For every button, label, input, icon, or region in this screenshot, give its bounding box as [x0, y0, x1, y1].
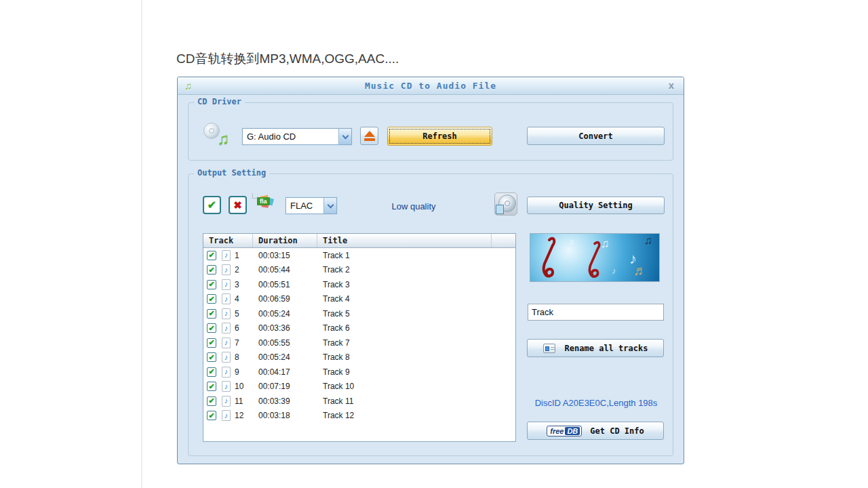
track-title: Track 11	[317, 396, 515, 406]
music-note-icon: ♪	[222, 264, 231, 275]
track-table: Track Duration Title ✔♪100:03:15Track 1✔…	[203, 233, 516, 442]
quality-setting-button[interactable]: Quality Setting	[527, 197, 665, 214]
track-title: Track 7	[317, 338, 515, 348]
track-number: 6	[235, 323, 239, 333]
deselect-all-tracks-button[interactable]: ✖	[229, 196, 247, 214]
drive-select-value: G: Audio CD	[243, 129, 338, 144]
refresh-button[interactable]: Refresh	[387, 127, 492, 146]
flac-file-icon: fla	[257, 192, 258, 205]
track-number: 10	[235, 382, 243, 391]
column-header-spare	[492, 234, 515, 247]
treble-clef-icon	[538, 237, 560, 281]
track-title: Track 12	[317, 411, 515, 420]
music-note-icon: ♪	[222, 250, 231, 261]
track-checkbox[interactable]: ✔	[207, 338, 216, 348]
music-note-icon: ♪	[222, 308, 231, 319]
track-checkbox[interactable]: ✔	[207, 294, 216, 304]
get-cd-info-button-label: Get CD Info	[590, 426, 644, 436]
app-window: ♫ Music CD to Audio File x CD Driver ♫ G…	[177, 77, 684, 464]
track-number: 8	[235, 352, 239, 362]
music-note-icon: ♪	[222, 381, 231, 392]
quality-setting-button-label: Quality Setting	[559, 201, 632, 210]
track-duration: 00:03:15	[253, 251, 317, 260]
track-duration: 00:07:19	[253, 382, 317, 391]
track-number: 4	[235, 294, 239, 304]
table-row[interactable]: ✔♪300:05:51Track 3	[203, 277, 515, 292]
track-duration: 00:06:59	[253, 294, 317, 304]
convert-button-label: Convert	[578, 131, 613, 141]
music-note-icon: ♫	[644, 235, 652, 246]
column-header-track[interactable]: Track	[203, 234, 253, 247]
track-checkbox[interactable]: ✔	[207, 367, 216, 377]
track-title: Track 1	[317, 251, 515, 260]
output-setting-group: Output Setting ✔ ✖ fla FLAC Low quality …	[188, 174, 673, 456]
eject-button[interactable]	[360, 127, 378, 145]
quality-status-label: Low quality	[366, 201, 461, 211]
music-note-icon: ♪	[222, 293, 231, 304]
track-number: 3	[235, 280, 239, 289]
music-note-icon: ♪	[222, 279, 231, 290]
title-bar[interactable]: ♫ Music CD to Audio File x	[178, 77, 684, 95]
track-duration: 00:03:18	[253, 411, 317, 420]
track-duration: 00:04:17	[253, 367, 317, 377]
desktop-page: CD音轨转换到MP3,WMA,OGG,AAC.... ♫ Music CD to…	[0, 0, 868, 488]
chevron-down-icon[interactable]	[323, 198, 336, 214]
music-note-icon: ♪	[222, 352, 231, 363]
table-row[interactable]: ✔♪1000:07:19Track 10	[203, 380, 515, 394]
disc-info-text: DiscID A20E3E0C,Length 198s	[515, 398, 677, 408]
track-checkbox[interactable]: ✔	[207, 382, 216, 391]
convert-button[interactable]: Convert	[527, 127, 665, 145]
column-header-title[interactable]: Title	[317, 234, 492, 247]
table-row[interactable]: ✔♪400:06:59Track 4	[203, 292, 515, 307]
table-row[interactable]: ✔♪600:03:36Track 6	[203, 321, 515, 336]
music-note-icon: ♬	[633, 264, 647, 277]
close-icon[interactable]: x	[669, 79, 674, 91]
music-note-icon: ♪	[222, 367, 231, 378]
track-title: Track 6	[317, 323, 515, 333]
rename-all-tracks-button-label: Rename all tracks	[565, 344, 648, 353]
table-row[interactable]: ✔♪1200:03:18Track 12	[203, 409, 515, 424]
music-note-icon: ♫	[601, 238, 610, 249]
track-number: 7	[235, 338, 239, 348]
track-checkbox[interactable]: ✔	[207, 323, 216, 333]
cd-quality-icon	[493, 191, 519, 217]
track-checkbox[interactable]: ✔	[207, 309, 216, 319]
track-checkbox[interactable]: ✔	[207, 396, 216, 406]
table-row[interactable]: ✔♪900:04:17Track 9	[203, 365, 515, 380]
track-duration: 00:05:44	[253, 265, 317, 274]
track-name-input[interactable]	[528, 304, 664, 321]
track-title: Track 2	[317, 265, 515, 274]
track-duration: 00:03:39	[253, 396, 317, 406]
track-duration: 00:05:24	[253, 352, 317, 362]
cd-with-notes-icon: ♫	[203, 121, 229, 146]
rename-all-tracks-button[interactable]: Rename all tracks	[527, 339, 664, 357]
table-row[interactable]: ✔♪700:05:55Track 7	[203, 336, 515, 350]
track-number: 5	[235, 309, 239, 319]
track-checkbox[interactable]: ✔	[207, 352, 216, 362]
table-row[interactable]: ✔♪1100:03:39Track 11	[203, 394, 515, 409]
chevron-down-icon[interactable]	[338, 129, 351, 144]
select-all-tracks-button[interactable]: ✔	[203, 196, 221, 214]
drive-select[interactable]: G: Audio CD	[242, 128, 352, 145]
column-header-duration[interactable]: Duration	[253, 234, 317, 247]
track-number: 11	[235, 396, 243, 406]
get-cd-info-button[interactable]: free DB Get CD Info	[527, 422, 664, 440]
table-row[interactable]: ✔♪200:05:44Track 2	[203, 263, 515, 278]
rename-form-icon	[543, 344, 555, 353]
format-select[interactable]: FLAC	[285, 197, 337, 214]
window-title: Music CD to Audio File	[178, 81, 684, 91]
track-checkbox[interactable]: ✔	[207, 251, 216, 260]
track-title: Track 9	[317, 367, 515, 377]
music-note-icon: ♪	[222, 338, 231, 348]
track-checkbox[interactable]: ✔	[207, 280, 216, 289]
table-row[interactable]: ✔♪100:03:15Track 1	[203, 248, 515, 263]
track-duration: 00:05:24	[253, 309, 317, 319]
track-title: Track 8	[317, 352, 515, 362]
flac-file-icon-label: fla	[257, 197, 258, 205]
track-checkbox[interactable]: ✔	[207, 411, 216, 420]
music-note-icon: ♪	[612, 266, 616, 275]
table-row[interactable]: ✔♪500:05:24Track 5	[203, 306, 515, 321]
track-checkbox[interactable]: ✔	[207, 265, 216, 274]
table-row[interactable]: ✔♪800:05:24Track 8	[203, 350, 515, 365]
track-table-body: ✔♪100:03:15Track 1✔♪200:05:44Track 2✔♪30…	[203, 248, 515, 423]
